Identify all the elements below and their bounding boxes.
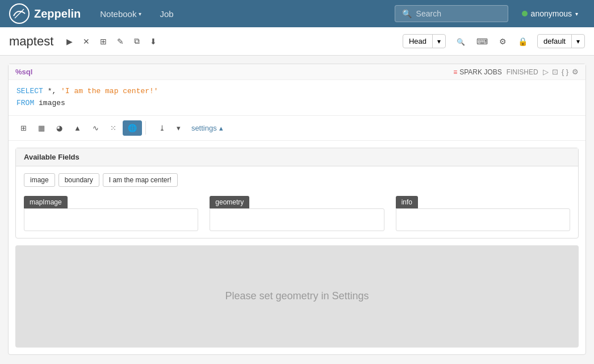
nav-notebook[interactable]: Notebook ▾ [92, 5, 149, 23]
status-badge: FINISHED [507, 68, 538, 76]
user-menu[interactable]: anonymous ▾ [515, 6, 585, 22]
map-settings-header: Available Fields [16, 148, 578, 166]
display-mode-dropdown[interactable]: ▾ [572, 35, 584, 48]
viz-area-button[interactable]: ▲ [69, 120, 86, 136]
search-note-icon [457, 37, 465, 46]
code-from: FROM [16, 99, 34, 107]
code-area: SELECT *, 'I am the map center!' FROM im… [9, 80, 585, 116]
settings-toggle-button[interactable]: settings ▴ [187, 121, 228, 135]
download-result-button[interactable]: ⤓ [154, 120, 170, 136]
branch-selector: Head ▾ [403, 34, 446, 48]
drop-zone-geometry: geometry [210, 196, 384, 231]
code-select: SELECT [16, 87, 43, 95]
code-view-icon[interactable]: { } [562, 68, 568, 76]
cell-header-icons: ▷ ⊡ { } ⚙ [543, 68, 579, 76]
map-placeholder-text: Please set geometry in Settings [225, 290, 369, 302]
field-tag-center[interactable]: I am the map center! [103, 173, 178, 187]
search-box[interactable]: 🔍 [395, 5, 508, 22]
page-title: maptest [9, 34, 53, 49]
main-content: %sql ≡ SPARK JOBS FINISHED ▷ ⊡ { } ⚙ SEL… [0, 56, 594, 364]
lock-icon: 🔒 [518, 37, 528, 46]
available-fields: image boundary I am the map center! mapI… [16, 166, 578, 238]
pencil-icon [117, 37, 124, 46]
settings-caret-icon: ▴ [219, 124, 223, 132]
viz-toolbar: ⊞ ▦ ◕ ▲ ∿ ⁙ 🌐 ⤓ ▾ settings ▴ [9, 116, 585, 141]
viz-map-button[interactable]: 🌐 [123, 120, 142, 136]
cell-header: %sql ≡ SPARK JOBS FINISHED ▷ ⊡ { } ⚙ [9, 64, 585, 80]
search-icon: 🔍 [402, 9, 412, 18]
code-table: images [39, 99, 65, 107]
drop-zone-info-label: info [396, 196, 418, 208]
spark-jobs-label: ≡ SPARK JOBS [453, 68, 501, 76]
drop-zone-info: info [396, 196, 570, 231]
display-mode-selector: default ▾ [537, 34, 585, 48]
viz-toolbar-divider [145, 121, 146, 135]
cell-header-right: ≡ SPARK JOBS FINISHED ▷ ⊡ { } ⚙ [453, 68, 579, 76]
viz-toolbar-right: ⤓ ▾ [154, 120, 186, 136]
code-line-2: FROM images [16, 98, 578, 110]
brand-logo[interactable]: Zeppelin [9, 3, 81, 24]
clone-icon [134, 36, 140, 46]
map-settings-panel: Available Fields image boundary I am the… [15, 148, 579, 239]
branch-dropdown-button[interactable]: ▾ [433, 35, 445, 48]
clear-output-button[interactable] [96, 34, 111, 49]
keyboard-shortcuts-button[interactable]: ⌨ [472, 34, 492, 49]
keyboard-icon: ⌨ [476, 37, 488, 46]
drop-zone-mapimage: mapImage [24, 196, 198, 231]
edit-button[interactable] [113, 34, 128, 49]
user-status-icon [522, 11, 528, 16]
stop-icon: ✕ [83, 37, 90, 46]
lock-button[interactable]: 🔒 [514, 34, 532, 49]
user-caret-icon: ▾ [575, 11, 578, 17]
map-placeholder: Please set geometry in Settings [15, 245, 579, 348]
notebook-caret-icon: ▾ [139, 11, 141, 17]
code-string-val: 'I am the map center!' [61, 87, 158, 95]
search-note-button[interactable] [453, 34, 469, 49]
clone-button[interactable] [130, 34, 144, 49]
title-right-actions: ⌨ 🔒 default ▾ [453, 34, 585, 49]
export-button[interactable] [146, 34, 161, 49]
search-input[interactable] [416, 9, 501, 18]
field-tag-image[interactable]: image [24, 173, 55, 187]
viz-table-button[interactable]: ⊞ [15, 120, 32, 136]
drop-zone-geometry-label: geometry [210, 196, 249, 208]
viz-bar-button[interactable]: ▦ [33, 120, 50, 136]
download-dropdown-button[interactable]: ▾ [171, 120, 186, 136]
brand-name: Zeppelin [34, 7, 81, 20]
search-container: 🔍 [395, 5, 508, 22]
drop-zone-geometry-box[interactable] [210, 208, 384, 231]
run-all-button[interactable] [62, 34, 77, 49]
spark-icon: ≡ [453, 68, 457, 76]
drop-zone-mapimage-label: mapImage [24, 196, 68, 208]
hide-output-icon[interactable]: ⊡ [552, 68, 558, 76]
viz-scatter-button[interactable]: ⁙ [105, 120, 122, 136]
play-icon [66, 37, 73, 46]
drop-zone-mapimage-box[interactable] [24, 208, 198, 231]
username-label: anonymous [531, 9, 572, 18]
clear-output-icon [100, 37, 107, 46]
code-star: *, [48, 87, 61, 95]
zeppelin-logo-icon [9, 3, 30, 24]
page-title-bar: maptest ✕ Head ▾ ⌨ [0, 27, 594, 56]
field-tag-boundary[interactable]: boundary [58, 173, 99, 187]
nav-menu: Notebook ▾ Job [92, 5, 394, 23]
stop-button[interactable]: ✕ [79, 34, 94, 49]
settings-gear-icon [499, 37, 507, 46]
settings-button[interactable] [495, 34, 511, 49]
notebook-cell: %sql ≡ SPARK JOBS FINISHED ▷ ⊡ { } ⚙ SEL… [8, 64, 586, 355]
title-actions: ✕ [62, 34, 161, 49]
branch-label: Head [403, 35, 433, 48]
code-line-1: SELECT *, 'I am the map center!' [16, 86, 578, 98]
run-cell-icon[interactable]: ▷ [543, 68, 549, 76]
viz-line-button[interactable]: ∿ [87, 120, 104, 136]
viz-pie-button[interactable]: ◕ [51, 120, 68, 136]
settings-label: settings [191, 124, 217, 132]
cell-type-label: %sql [15, 68, 32, 76]
cell-settings-icon[interactable]: ⚙ [572, 68, 579, 76]
navbar: Zeppelin Notebook ▾ Job 🔍 anonymous ▾ [0, 0, 594, 27]
field-tags-row: image boundary I am the map center! [24, 173, 570, 187]
drop-zone-info-box[interactable] [396, 208, 570, 231]
nav-job[interactable]: Job [152, 5, 181, 23]
drop-zones: mapImage geometry info [24, 196, 570, 231]
display-mode-label: default [538, 35, 572, 48]
